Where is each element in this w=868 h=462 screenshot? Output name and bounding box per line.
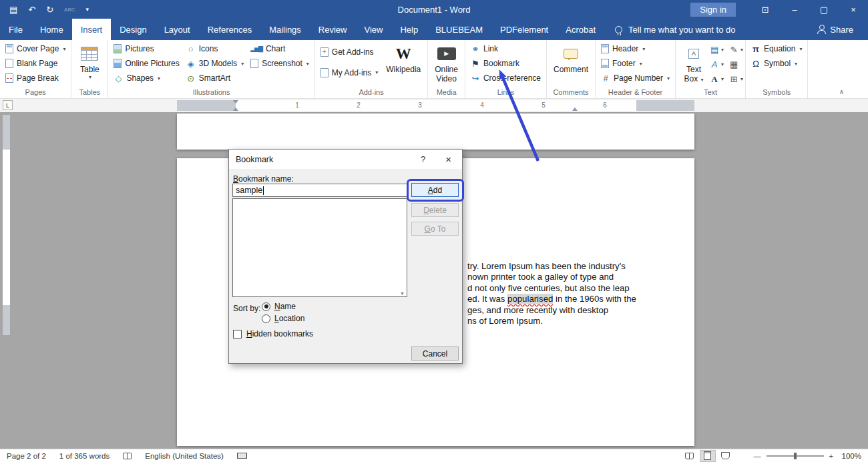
- my-add-ins-button[interactable]: My Add-ins ▾: [317, 65, 381, 80]
- footer-button[interactable]: Footer ▾: [598, 56, 673, 71]
- document-canvas[interactable]: try. Lorem Ipsum has been the industry's…: [0, 112, 868, 449]
- zoom-out-button[interactable]: —: [754, 452, 761, 460]
- tab-home[interactable]: Home: [31, 19, 72, 40]
- text-box-button[interactable]: A Text Box ▾: [678, 41, 710, 84]
- tab-review[interactable]: Review: [310, 19, 356, 40]
- tab-layout[interactable]: Layout: [156, 19, 199, 40]
- group-tables: Table ▾ Tables: [71, 40, 108, 98]
- language-indicator[interactable]: English (United States): [145, 452, 224, 460]
- titlebar-right: Sign in ⊡ – ▢ ×: [690, 0, 868, 19]
- cancel-button[interactable]: Cancel: [411, 346, 459, 361]
- tab-view[interactable]: View: [355, 19, 391, 40]
- document-text[interactable]: try. Lorem Ipsum has been the industry's…: [467, 261, 661, 326]
- minimize-button[interactable]: –: [780, 0, 809, 19]
- page-indicator[interactable]: Page 2 of 2: [7, 452, 46, 460]
- first-line-indent-marker[interactable]: [233, 100, 238, 103]
- page-break-button[interactable]: Page Break: [2, 71, 69, 85]
- collapse-ribbon-icon[interactable]: ∧: [839, 88, 844, 95]
- add-button[interactable]: Add: [411, 183, 459, 197]
- screenshot-button[interactable]: Screenshot ▾: [247, 56, 312, 71]
- right-indent-marker[interactable]: [572, 107, 578, 111]
- table-button[interactable]: Table ▾: [73, 41, 105, 81]
- chart-button[interactable]: ▂▅▇ Chart: [247, 41, 312, 56]
- close-button[interactable]: ×: [839, 0, 868, 19]
- dialog-close-icon[interactable]: ×: [445, 154, 451, 165]
- tab-references[interactable]: References: [199, 19, 260, 40]
- tab-design[interactable]: Design: [111, 19, 155, 40]
- text-box-label-2: Box: [684, 74, 698, 83]
- ribbon: Cover Page ▾ Blank Page Page Break Pages…: [0, 40, 868, 99]
- header-button[interactable]: Header ▾: [598, 41, 673, 56]
- proofing-status-icon[interactable]: [123, 453, 132, 459]
- sort-by-name-radio[interactable]: Name: [262, 302, 296, 311]
- zoom-in-button[interactable]: +: [829, 452, 833, 460]
- wordart-button[interactable]: A ▾: [710, 57, 724, 71]
- shapes-button[interactable]: ◇ Shapes ▾: [110, 71, 182, 85]
- pictures-button[interactable]: Pictures: [110, 41, 182, 56]
- word-count[interactable]: 1 of 365 words: [59, 452, 110, 460]
- sort-by-location-radio[interactable]: Location: [262, 314, 304, 323]
- equation-button[interactable]: π Equation ▾: [748, 41, 805, 56]
- page-1-bottom[interactable]: [177, 113, 694, 150]
- zoom-level[interactable]: 100%: [839, 452, 861, 460]
- cross-reference-button[interactable]: ↪ Cross-reference: [467, 71, 544, 85]
- maximize-button[interactable]: ▢: [809, 0, 839, 19]
- tab-mailings[interactable]: Mailings: [260, 19, 310, 40]
- object-button[interactable]: ⊞ ▾: [729, 72, 743, 85]
- undo-icon[interactable]: ↶: [28, 5, 35, 15]
- hidden-bookmarks-checkbox-row[interactable]: Hidden bookmarks: [233, 329, 313, 338]
- tab-file[interactable]: File: [0, 19, 31, 40]
- my-add-ins-icon: [320, 68, 329, 77]
- tab-bluebeam[interactable]: BLUEBEAM: [427, 19, 491, 40]
- vertical-ruler[interactable]: [3, 115, 10, 335]
- print-layout-button[interactable]: [700, 450, 716, 462]
- get-add-ins-button[interactable]: Get Add-ins: [317, 45, 381, 59]
- go-to-button[interactable]: Go To: [411, 222, 459, 236]
- smartart-button[interactable]: ⊙ SmartArt: [183, 71, 247, 85]
- online-video-button[interactable]: ▶ Online Video: [430, 41, 463, 84]
- symbol-button[interactable]: Ω Symbol ▾: [748, 56, 805, 71]
- dialog-title-bar[interactable]: Bookmark ? ×: [229, 150, 462, 169]
- bookmark-list[interactable]: ▼: [232, 198, 407, 297]
- quick-parts-button[interactable]: ▤ ▾: [710, 43, 724, 56]
- tab-insert[interactable]: Insert: [72, 19, 112, 40]
- dialog-help-icon[interactable]: ?: [421, 154, 425, 164]
- signature-line-button[interactable]: ✎ ▾: [729, 43, 743, 56]
- horizontal-ruler[interactable]: 1 2 3 4 5 6: [177, 100, 694, 111]
- tab-pdfelement[interactable]: PDFelement: [491, 19, 557, 40]
- cover-page-button[interactable]: Cover Page ▾: [2, 41, 69, 56]
- share-button[interactable]: Share: [817, 19, 868, 40]
- bookmark-button[interactable]: ⚑ Bookmark: [467, 56, 544, 71]
- zoom-slider[interactable]: [767, 455, 824, 457]
- delete-button[interactable]: Delete: [411, 203, 459, 217]
- redo-icon[interactable]: ↻: [46, 5, 53, 15]
- web-layout-button[interactable]: [718, 450, 734, 462]
- read-mode-icon: [685, 453, 694, 459]
- page-number-button[interactable]: # Page Number ▾: [598, 71, 673, 85]
- hanging-indent-marker[interactable]: [233, 107, 238, 111]
- tell-me-box[interactable]: Tell me what you want to do: [615, 19, 735, 40]
- save-icon[interactable]: ▤: [9, 5, 17, 15]
- tab-acrobat[interactable]: Acrobat: [557, 19, 604, 40]
- wikipedia-button[interactable]: W Wikipedia: [381, 41, 425, 74]
- 3d-models-button[interactable]: ◈ 3D Models ▾: [183, 56, 247, 71]
- read-mode-button[interactable]: [682, 450, 698, 462]
- comment-button[interactable]: Comment: [549, 41, 593, 74]
- shapes-icon: ◇: [114, 74, 123, 83]
- zoom-slider-thumb[interactable]: [794, 453, 797, 459]
- online-pictures-button[interactable]: Online Pictures: [110, 56, 182, 71]
- text-line: try. Lorem Ipsum has been the industry's: [467, 261, 661, 272]
- customize-quick-access-icon[interactable]: ▾: [86, 6, 89, 13]
- keyboard-icon[interactable]: [237, 453, 247, 459]
- sign-in-button[interactable]: Sign in: [690, 3, 736, 17]
- tab-selector[interactable]: L: [3, 100, 13, 110]
- date-time-button[interactable]: ▦: [729, 57, 743, 71]
- tab-help[interactable]: Help: [391, 19, 427, 40]
- scroll-down-icon[interactable]: ▼: [400, 291, 405, 296]
- bookmark-name-input[interactable]: sample: [232, 184, 407, 197]
- ribbon-display-options-icon[interactable]: ⊡: [750, 0, 780, 19]
- link-button[interactable]: ⚭ Link: [467, 41, 544, 56]
- blank-page-button[interactable]: Blank Page: [2, 56, 69, 71]
- icons-button[interactable]: ○ Icons: [183, 41, 247, 56]
- drop-cap-button[interactable]: A ▾: [710, 72, 724, 85]
